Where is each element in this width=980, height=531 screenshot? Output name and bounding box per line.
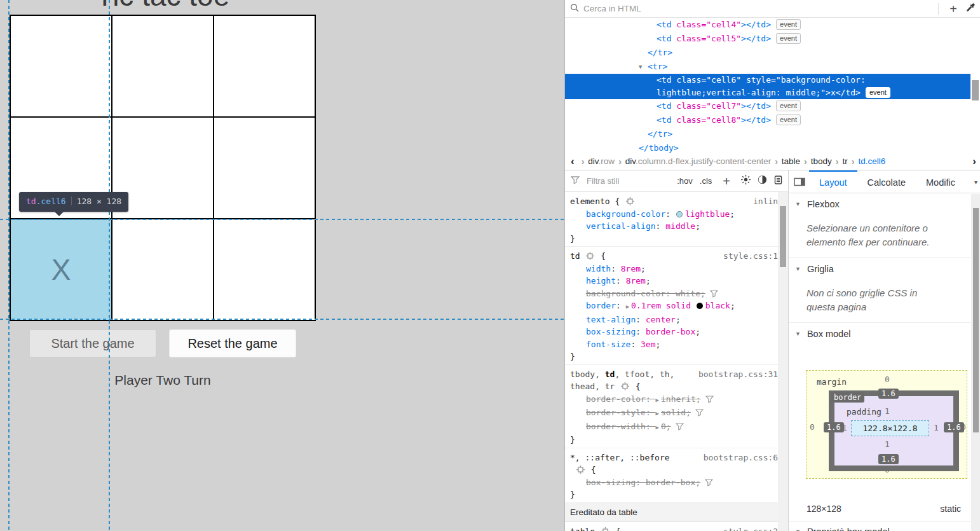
class-toggle[interactable]: .cls bbox=[700, 176, 712, 186]
content-size-value[interactable]: 122.8×122.8 bbox=[851, 420, 929, 436]
grid-section-header[interactable]: ▼ Griglia bbox=[789, 258, 980, 279]
breadcrumb-item[interactable]: tbody bbox=[811, 156, 832, 166]
markup-line[interactable]: <td class="cell6" style="background-colo… bbox=[565, 74, 970, 86]
css-property[interactable]: vertical-align: middle; bbox=[570, 220, 783, 233]
markup-line[interactable]: <td class="cell7"></td>event bbox=[565, 99, 980, 113]
markup-line[interactable]: </tr> bbox=[565, 46, 980, 60]
event-badge[interactable]: event bbox=[776, 19, 801, 30]
css-property[interactable]: height: 8rem; bbox=[570, 275, 783, 287]
breadcrumb-scroll-right-icon[interactable]: › bbox=[969, 153, 979, 170]
markup-line[interactable]: <td class="cell4"></td>event bbox=[565, 18, 980, 32]
boxmodel-section-header[interactable]: ▼ Box model bbox=[789, 323, 980, 344]
tab-computed[interactable]: Calcolate bbox=[857, 170, 916, 193]
board-cell[interactable]: X bbox=[11, 219, 111, 320]
start-game-button[interactable]: Start the game bbox=[29, 329, 156, 357]
grid-empty-message: Non ci sono griglie CSS in questa pagina bbox=[789, 279, 980, 323]
rule-source-link[interactable]: style.css:10 bbox=[723, 250, 783, 263]
add-rule-button[interactable]: + bbox=[719, 176, 734, 187]
css-property[interactable]: box-sizing: border-box; bbox=[570, 476, 783, 489]
margin-top-value[interactable]: 0 bbox=[878, 375, 897, 384]
rules-filter-bar: Filtra stili :hov .cls + bbox=[565, 170, 788, 192]
rules-scrollbar-thumb[interactable] bbox=[780, 206, 786, 267]
print-simulation-icon[interactable] bbox=[774, 176, 782, 187]
css-property[interactable]: border: ▶0.1rem solid black; bbox=[570, 300, 783, 314]
color-swatch[interactable] bbox=[676, 211, 683, 217]
padding-right-value[interactable]: 1 bbox=[927, 423, 946, 432]
color-swatch[interactable] bbox=[697, 303, 703, 309]
board: X bbox=[10, 15, 316, 321]
sidebar-scrollbar-thumb[interactable] bbox=[973, 208, 979, 432]
board-cell[interactable] bbox=[11, 16, 111, 116]
board-cell[interactable] bbox=[214, 16, 315, 116]
tooltip-class: .cell6 bbox=[36, 197, 66, 206]
css-property[interactable]: border-width: ▶0; bbox=[570, 420, 783, 434]
event-badge[interactable]: event bbox=[776, 100, 801, 111]
board-cell[interactable] bbox=[214, 219, 315, 320]
reset-game-button[interactable]: Reset the game bbox=[169, 329, 296, 357]
css-property[interactable]: width: 8rem; bbox=[570, 263, 783, 275]
breadcrumb-item[interactable]: div.row bbox=[588, 156, 615, 166]
breadcrumb-scroll-left-icon[interactable]: ‹ bbox=[568, 155, 578, 168]
rule-source-link[interactable]: bootstrap.css:317 bbox=[698, 368, 783, 381]
css-property[interactable]: font-size: 3em; bbox=[570, 338, 783, 351]
boxmodel-diagram: margin 0 0 0 0 border 1.6 1.6 1.6 1.6 pa… bbox=[806, 370, 967, 479]
rule-source-link[interactable]: style.css:20 bbox=[723, 525, 783, 531]
padding-bottom-value[interactable]: 1 bbox=[878, 439, 897, 449]
css-property[interactable]: background-color: white; bbox=[570, 287, 783, 300]
expand-arrow-icon[interactable]: ▼ bbox=[639, 60, 642, 74]
border-top-value[interactable]: 1.6 bbox=[878, 389, 899, 399]
border-bottom-value[interactable]: 1.6 bbox=[878, 454, 899, 464]
dark-mode-icon[interactable] bbox=[758, 175, 767, 187]
add-node-button[interactable]: + bbox=[946, 3, 961, 15]
css-property[interactable]: box-sizing: border-box; bbox=[570, 326, 783, 338]
light-mode-icon[interactable] bbox=[741, 175, 751, 187]
flexbox-section-header[interactable]: ▼ Flexbox bbox=[789, 193, 980, 214]
pseudo-class-toggle[interactable]: :hov bbox=[677, 176, 693, 186]
breadcrumb-item[interactable]: div.column.d-flex.justify-content-center bbox=[625, 156, 771, 166]
rule-source-link[interactable]: bootstrap.css:64 bbox=[704, 452, 783, 464]
selected-markup-node[interactable]: <td class="cell6" style="background-colo… bbox=[565, 74, 970, 99]
board-cell[interactable] bbox=[112, 16, 213, 116]
markup-line[interactable]: lightblue;vertical-align: middle;">x</td… bbox=[565, 86, 970, 99]
search-input[interactable]: Cerca in HTML bbox=[583, 4, 931, 13]
markup-line[interactable]: <td class="cell5"></td>event bbox=[565, 32, 980, 46]
markup-line[interactable]: </tr> bbox=[565, 127, 980, 141]
padding-top-value[interactable]: 1 bbox=[878, 406, 897, 416]
markup-scrollbar-thumb[interactable] bbox=[972, 80, 979, 100]
sidebar-toggle-icon[interactable] bbox=[794, 177, 805, 186]
eyedropper-icon[interactable] bbox=[965, 3, 976, 15]
css-property[interactable]: background-color: lightblue; bbox=[570, 208, 783, 221]
event-badge[interactable]: event bbox=[776, 114, 801, 125]
event-badge[interactable]: event bbox=[866, 87, 890, 98]
margin-left-value[interactable]: 0 bbox=[803, 422, 822, 432]
css-rule: inlineelemento { background-color: light… bbox=[565, 192, 788, 247]
css-property[interactable]: border-color: ▶inherit; bbox=[570, 393, 783, 407]
markup-line[interactable]: <td class="cell8"></td>event bbox=[565, 113, 980, 127]
breadcrumb-item[interactable]: tr bbox=[842, 156, 847, 166]
board-cell[interactable] bbox=[112, 219, 213, 320]
tab-layout[interactable]: Layout bbox=[809, 170, 857, 193]
boxmodel-section-title: Box model bbox=[807, 329, 851, 339]
event-badge[interactable]: event bbox=[776, 33, 801, 44]
search-icon bbox=[570, 3, 579, 15]
css-property[interactable]: border-style: ▶solid; bbox=[570, 406, 783, 420]
markup-line[interactable]: ▼<tr> bbox=[565, 60, 980, 74]
css-rule: bootstrap.css:317tbody, td, tfoot, th,th… bbox=[565, 365, 788, 448]
player-turn-status: Player Two Turn bbox=[0, 373, 325, 388]
css-property[interactable]: text-align: center; bbox=[570, 314, 783, 326]
rules-list: inlineelemento { background-color: light… bbox=[565, 192, 788, 531]
markup-line[interactable]: </tbody> bbox=[565, 141, 980, 153]
flexbox-section-title: Flexbox bbox=[807, 199, 840, 209]
board-cell[interactable] bbox=[214, 118, 315, 218]
boxmodel-properties-header[interactable]: ▼ Proprietà box model bbox=[789, 521, 980, 531]
tabs-overflow-icon[interactable]: ▾ bbox=[974, 179, 977, 186]
markup-view: <td class="cell4"></td>event<td class="c… bbox=[565, 18, 980, 153]
border-right-value[interactable]: 1.6 bbox=[944, 422, 964, 432]
filter-funnel-icon bbox=[571, 176, 580, 187]
tab-changes[interactable]: Modifiche bbox=[916, 170, 955, 193]
breadcrumb-item[interactable]: td.cell6 bbox=[858, 156, 885, 166]
inspector-search-bar: Cerca in HTML + bbox=[565, 0, 980, 18]
breadcrumb-item[interactable]: table bbox=[782, 156, 800, 166]
toolbar-divider bbox=[938, 3, 939, 15]
filter-styles-input[interactable]: Filtra stili bbox=[587, 176, 670, 186]
